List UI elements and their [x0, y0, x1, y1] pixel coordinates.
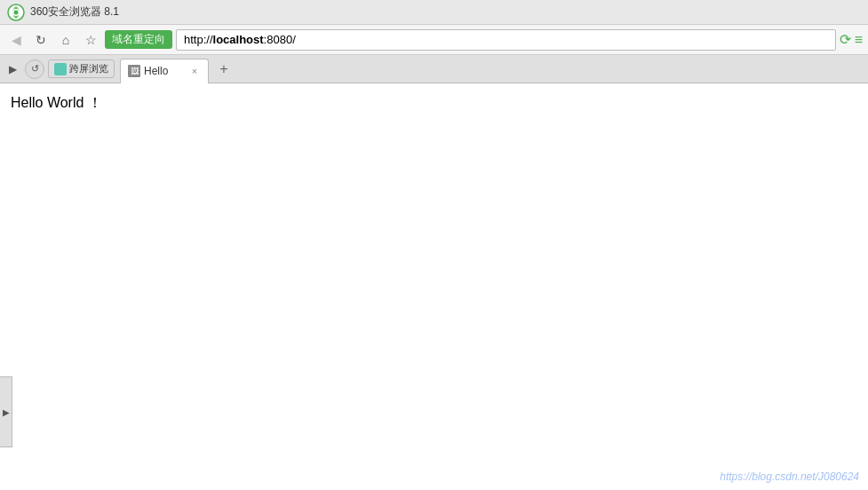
watermark-text: https://blog.csdn.net/J080624 — [720, 470, 859, 483]
tab-left-controls: ▶ ↺ 跨屏浏览 — [4, 59, 115, 79]
star-button[interactable]: ☆ — [80, 29, 101, 51]
title-bar: 360安全浏览器 8.1 — [0, 0, 868, 25]
extension-icon[interactable]: ⟳ — [840, 31, 851, 48]
url-protocol: http:// — [184, 33, 213, 46]
tab-bar: ▶ ↺ 跨屏浏览 🖼 Hello × + — [0, 55, 868, 83]
side-panel-toggle[interactable]: ▶ — [0, 376, 12, 447]
tab-title: Hello — [144, 65, 185, 77]
page-hello-text: Hello World ！ — [11, 94, 102, 113]
page-content: Hello World ！ ▶ https://blog.csdn.net/J0… — [0, 83, 868, 490]
url-bar[interactable]: http://localhost:8080/ — [176, 29, 836, 51]
tab-hello[interactable]: 🖼 Hello × — [120, 59, 209, 83]
tab-favicon: 🖼 — [128, 65, 140, 77]
new-tab-button[interactable]: + — [212, 58, 235, 81]
nav-right-buttons: ⟳ ≡ — [840, 31, 863, 48]
refresh-button[interactable]: ↻ — [30, 29, 52, 51]
settings-icon[interactable]: ≡ — [855, 31, 863, 48]
url-port: :8080/ — [264, 33, 296, 46]
nav-bar: ◀ ↻ ⌂ ☆ 域名重定向 http://localhost:8080/ ⟳ ≡ — [0, 25, 868, 55]
tab-refresh-button[interactable]: ↺ — [25, 59, 44, 79]
cross-screen-button[interactable]: 跨屏浏览 — [48, 59, 115, 78]
tab-prev-button[interactable]: ▶ — [4, 60, 21, 78]
tab-close-button[interactable]: × — [188, 65, 201, 77]
app-logo — [7, 4, 25, 21]
cross-screen-label: 跨屏浏览 — [69, 62, 108, 75]
home-button[interactable]: ⌂ — [55, 29, 76, 51]
domain-redirect-button[interactable]: 域名重定向 — [105, 30, 172, 49]
back-button[interactable]: ◀ — [5, 29, 27, 51]
svg-point-2 — [14, 10, 19, 14]
cross-screen-icon — [54, 63, 67, 75]
app-title: 360安全浏览器 8.1 — [30, 4, 119, 20]
url-host: localhost — [213, 33, 264, 46]
